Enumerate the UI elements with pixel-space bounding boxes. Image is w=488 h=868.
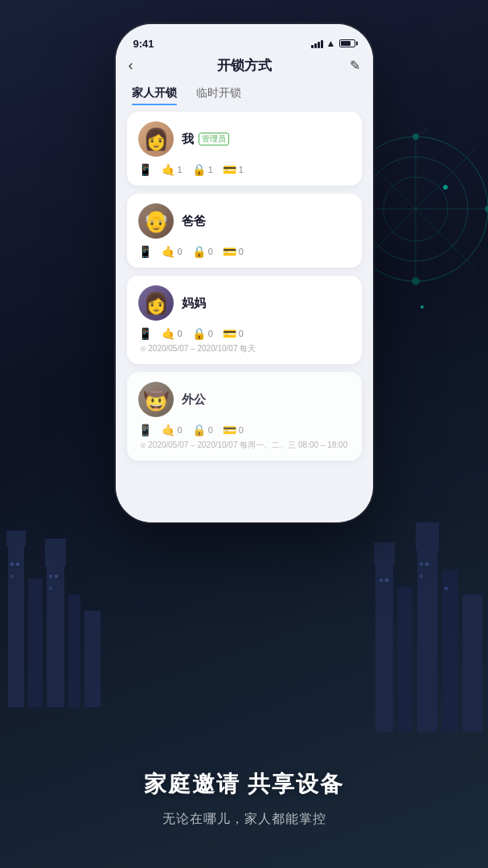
card-num-me: 1 [239, 165, 244, 174]
user-name-mom: 妈妈 [182, 296, 206, 311]
svg-rect-13 [375, 563, 393, 731]
phone-count-dad: 📱 [138, 245, 152, 258]
svg-rect-21 [385, 579, 388, 582]
password-num-mom: 0 [208, 329, 213, 338]
battery-fill [341, 41, 351, 46]
svg-point-27 [363, 157, 468, 261]
svg-rect-20 [379, 579, 383, 582]
schedule-mom: ⊙ 2020/05/07 – 2020/10/07 每天 [138, 343, 351, 354]
password-num-me: 1 [208, 165, 213, 174]
card-num-mom: 0 [239, 329, 244, 338]
card-icon-mom: 💳 [223, 327, 236, 340]
svg-line-31 [356, 149, 475, 268]
schedule-grandpa: ⊙ 2020/05/07 – 2020/10/07 每周一、二、三 08:00 … [138, 440, 351, 451]
password-count-me: 🔒 1 [192, 163, 213, 176]
user-header-mom: 👩 妈妈 [138, 285, 351, 321]
fingerprint-num-mom: 0 [178, 329, 182, 338]
user-header-grandpa: 🤠 外公 [138, 382, 351, 417]
svg-line-32 [356, 149, 475, 268]
svg-rect-16 [417, 547, 437, 731]
signal-bar-1 [311, 45, 314, 48]
user-icons-me: 📱 🤙 1 🔒 1 💳 1 [138, 163, 351, 176]
avatar-dad: 👴 [138, 203, 174, 239]
user-card-mom[interactable]: 👩 妈妈 📱 🤙 [127, 276, 362, 364]
main-headline: 家庭邀请 共享设备 [24, 769, 464, 800]
user-card-me[interactable]: 👩 我 管理员 📱 [127, 112, 362, 186]
svg-rect-6 [84, 611, 100, 707]
fingerprint-count-dad: 🤙 0 [162, 245, 182, 258]
user-name-me: 我 [182, 132, 194, 147]
svg-rect-3 [47, 563, 64, 707]
svg-rect-18 [442, 571, 458, 731]
back-button[interactable]: ‹ [129, 57, 133, 74]
header-title: 开锁方式 [217, 56, 272, 75]
svg-rect-19 [462, 595, 482, 731]
user-card-dad[interactable]: 👴 爸爸 📱 🤙 [127, 194, 362, 268]
phone-icon-grandpa: 📱 [138, 424, 152, 436]
user-icons-mom: 📱 🤙 0 🔒 0 💳 0 [138, 327, 351, 340]
card-count-me: 💳 1 [223, 163, 244, 176]
password-num-dad: 0 [208, 247, 213, 256]
user-name-dad: 爸爸 [182, 214, 206, 229]
signal-bar-4 [321, 40, 323, 48]
svg-point-35 [412, 277, 420, 285]
svg-rect-10 [49, 575, 52, 578]
user-card-grandpa[interactable]: 🤠 外公 📱 🤙 [127, 372, 362, 461]
user-icons-dad: 📱 🤙 0 🔒 0 💳 0 [138, 245, 351, 258]
bottom-section: 家庭邀请 共享设备 无论在哪儿，家人都能掌控 [0, 769, 488, 828]
signal-bar-3 [318, 42, 320, 48]
card-num-dad: 0 [239, 247, 244, 256]
node-3 [420, 305, 424, 309]
edit-button[interactable]: ✎ [350, 58, 360, 73]
fingerprint-count-grandpa: 🤙 0 [162, 424, 182, 436]
avatar-mom: 👩 [138, 285, 174, 321]
svg-point-34 [485, 206, 488, 212]
password-count-dad: 🔒 0 [192, 245, 213, 258]
svg-rect-15 [398, 587, 412, 731]
app-header: ‹ 开锁方式 ✎ [116, 53, 373, 81]
svg-rect-1 [6, 530, 26, 547]
tab-family-unlock[interactable]: 家人开锁 [132, 81, 177, 105]
svg-rect-9 [10, 575, 14, 578]
svg-line-38 [416, 129, 440, 137]
fingerprint-icon-dad: 🤙 [162, 245, 175, 258]
phone-icon-mom: 📱 [138, 327, 152, 340]
user-name-row-mom: 妈妈 [182, 296, 206, 311]
phone-mockup: 9:41 ▲ ‹ 开锁方式 ✎ [116, 24, 373, 522]
phone-count-me: 📱 [138, 163, 152, 176]
svg-rect-14 [374, 542, 395, 565]
svg-rect-23 [425, 563, 429, 566]
phone-frame: 9:41 ▲ ‹ 开锁方式 ✎ [116, 24, 373, 522]
node-1 [443, 185, 448, 190]
fingerprint-num-dad: 0 [178, 247, 182, 256]
svg-rect-17 [416, 522, 439, 551]
status-icons: ▲ [311, 38, 355, 49]
card-count-mom: 💳 0 [223, 327, 244, 340]
status-bar: 9:41 ▲ [116, 24, 373, 53]
status-time: 9:41 [133, 38, 154, 50]
card-count-dad: 💳 0 [223, 245, 244, 258]
svg-rect-12 [49, 587, 52, 590]
fingerprint-count-me: 🤙 1 [162, 163, 182, 176]
user-header-dad: 👴 爸爸 [138, 203, 351, 239]
password-icon-mom: 🔒 [192, 327, 206, 340]
fingerprint-icon-mom: 🤙 [162, 327, 175, 340]
password-count-mom: 🔒 0 [192, 327, 213, 340]
svg-rect-25 [445, 587, 448, 590]
tab-temp-unlock[interactable]: 临时开锁 [196, 81, 241, 105]
card-num-grandpa: 0 [239, 425, 244, 435]
user-name-row-grandpa: 外公 [182, 392, 206, 407]
phone-count-mom: 📱 [138, 327, 152, 340]
sub-headline: 无论在哪儿，家人都能掌控 [24, 811, 464, 828]
tabs-container: 家人开锁 临时开锁 [116, 81, 373, 105]
fingerprint-num-grandpa: 0 [178, 425, 182, 435]
card-icon-me: 💳 [223, 163, 236, 176]
svg-point-28 [383, 177, 448, 241]
password-num-grandpa: 0 [208, 425, 213, 435]
svg-rect-2 [28, 579, 43, 707]
user-icons-grandpa: 📱 🤙 0 🔒 0 💳 0 [138, 424, 351, 436]
card-icon-grandpa: 💳 [223, 424, 236, 436]
password-icon-me: 🔒 [192, 163, 206, 176]
battery-icon [339, 39, 355, 47]
skyline-right [367, 482, 488, 731]
